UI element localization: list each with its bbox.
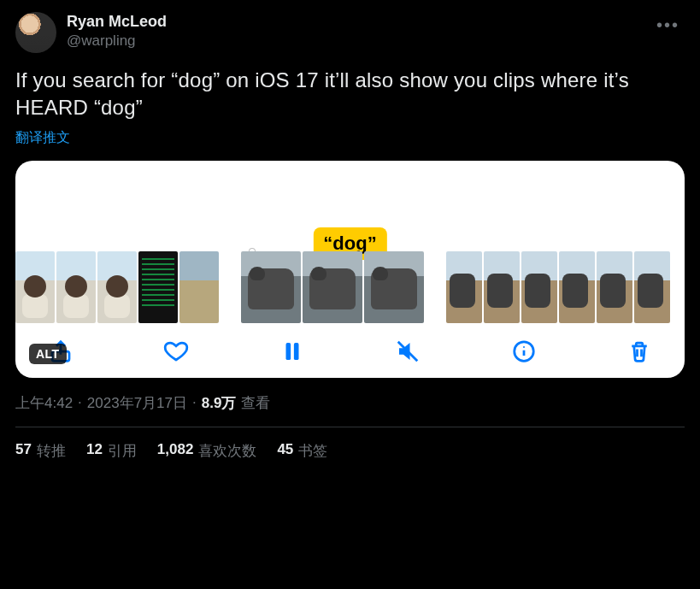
views-label: 查看: [241, 393, 270, 413]
bookmarks-count: 45: [277, 441, 293, 461]
retweets-count: 57: [15, 441, 32, 461]
clip-thumbnail[interactable]: [446, 251, 482, 323]
tweet-text: If you search for “dog” on iOS 17 it’ll …: [15, 67, 685, 122]
media-card[interactable]: “dog”: [15, 161, 685, 378]
meta-separator: ·: [78, 394, 82, 411]
clip-thumbnail[interactable]: [97, 251, 137, 323]
bookmarks-label: 书签: [298, 441, 327, 461]
likes-count: 1,082: [157, 441, 194, 461]
tweet-stats: 57 转推 12 引用 1,082 喜欢次数 45 书签: [15, 427, 685, 461]
clip-thumbnail[interactable]: [179, 251, 219, 323]
likes-stat[interactable]: 1,082 喜欢次数: [157, 441, 257, 461]
trash-icon[interactable]: [625, 337, 654, 366]
clip-thumbnail[interactable]: [364, 251, 424, 323]
clip-thumbnail[interactable]: [521, 251, 557, 323]
clip-thumbnail[interactable]: [597, 251, 632, 323]
handle: @warpling: [67, 32, 167, 50]
more-icon[interactable]: •••: [651, 12, 685, 38]
alt-badge[interactable]: ALT: [29, 344, 67, 364]
quotes-label: 引用: [108, 441, 137, 461]
retweets-label: 转推: [37, 441, 66, 461]
retweets-stat[interactable]: 57 转推: [15, 441, 66, 461]
clip-thumbnail[interactable]: [15, 251, 55, 323]
clip-thumbnail[interactable]: [634, 251, 670, 323]
clip-group-3[interactable]: [446, 251, 670, 323]
tweet-container: Ryan McLeod @warpling ••• If you search …: [0, 0, 700, 461]
clip-thumbnail[interactable]: [484, 251, 520, 323]
clip-timeline[interactable]: [15, 243, 685, 323]
tweet-header: Ryan McLeod @warpling •••: [15, 12, 685, 53]
tweet-time[interactable]: 上午4:42: [15, 393, 73, 413]
likes-label: 喜欢次数: [198, 441, 256, 461]
pause-icon[interactable]: [278, 337, 307, 366]
meta-separator: ·: [192, 394, 197, 411]
clip-thumbnail[interactable]: [56, 251, 96, 323]
svg-point-6: [523, 346, 525, 348]
clip-thumbnail[interactable]: [138, 251, 178, 323]
tweet-meta: 上午4:42 · 2023年7月17日 · 8.9万 查看: [15, 393, 685, 413]
author-names[interactable]: Ryan McLeod @warpling: [67, 12, 167, 50]
info-icon[interactable]: [509, 337, 538, 366]
bookmarks-stat[interactable]: 45 书签: [277, 441, 327, 461]
quotes-stat[interactable]: 12 引用: [86, 441, 137, 461]
clip-group-2[interactable]: [241, 251, 424, 323]
clip-thumbnail[interactable]: [559, 251, 595, 323]
media-toolbar: [15, 323, 685, 366]
clip-thumbnail[interactable]: [241, 251, 301, 323]
views-count: 8.9万: [202, 393, 237, 413]
tweet-date[interactable]: 2023年7月17日: [87, 393, 187, 413]
heart-icon[interactable]: [162, 337, 191, 366]
translate-button[interactable]: 翻译推文: [15, 129, 685, 147]
quotes-count: 12: [86, 441, 103, 461]
avatar[interactable]: [15, 12, 56, 53]
svg-rect-1: [285, 343, 291, 360]
clip-thumbnail[interactable]: [303, 251, 362, 323]
display-name: Ryan McLeod: [67, 12, 167, 32]
svg-rect-2: [294, 343, 299, 360]
mute-icon[interactable]: [393, 337, 422, 366]
clip-group-1[interactable]: [15, 251, 219, 323]
